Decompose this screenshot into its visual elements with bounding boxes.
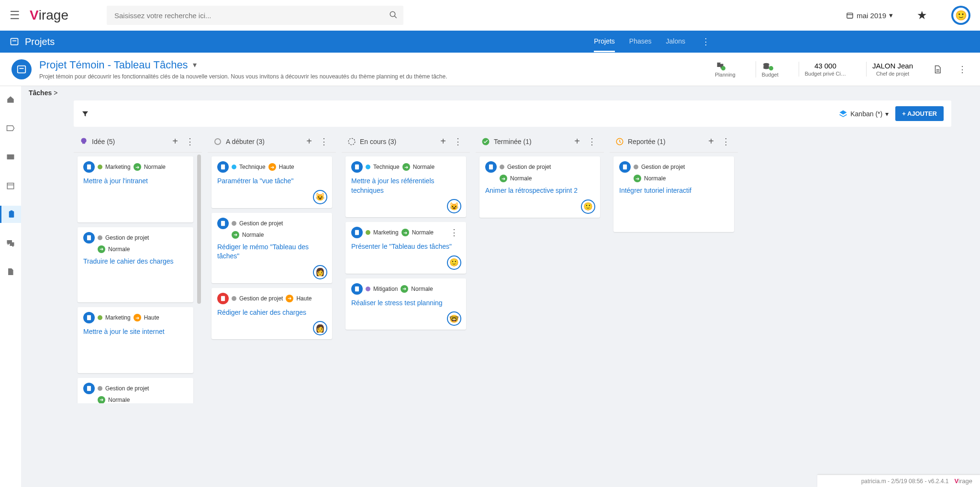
column-body[interactable]: Technique ➜ Normale Mettre à jour les ré… xyxy=(342,153,470,403)
category-dot xyxy=(366,287,370,291)
priority-label: Normale xyxy=(411,286,433,292)
svg-point-11 xyxy=(763,66,769,69)
assignee-avatar[interactable]: 👩 xyxy=(313,265,327,279)
user-avatar[interactable]: 🙂 xyxy=(951,6,970,25)
task-card[interactable]: Gestion de projet➜ Normale Traduire le c… xyxy=(78,227,193,303)
nav-tasks-icon[interactable] xyxy=(0,206,21,223)
priority-label: Haute xyxy=(296,295,312,302)
svg-rect-35 xyxy=(623,165,627,170)
category-label: Gestion de projet xyxy=(239,220,283,227)
priority-label: Normale xyxy=(510,175,532,182)
column-add-icon[interactable]: + xyxy=(706,136,716,147)
tabs-more-icon[interactable]: ⋮ xyxy=(700,36,712,47)
category-dot xyxy=(98,315,102,320)
nav-home-icon[interactable] xyxy=(0,91,21,108)
tab-jalons[interactable]: Jalons xyxy=(666,32,685,52)
assignee-avatar[interactable]: 🙂 xyxy=(581,199,595,214)
task-card[interactable]: Gestion de projet➜ Normale Animer la rét… xyxy=(78,378,193,403)
task-card[interactable]: Gestion de projet➜ Normale Animer la rét… xyxy=(479,156,600,218)
task-title: Réaliser le stress test planning xyxy=(351,299,460,308)
project-more-icon[interactable]: ⋮ xyxy=(956,64,969,75)
filter-icon[interactable] xyxy=(81,110,89,118)
tab-projets[interactable]: Projets xyxy=(594,32,615,52)
column-add-icon[interactable]: + xyxy=(170,136,180,147)
add-button[interactable]: + AJOUTER xyxy=(895,106,944,121)
budget-label: Budget xyxy=(762,72,779,77)
svg-point-8 xyxy=(721,66,725,70)
task-card[interactable]: Mitigation ➜ Normale Réaliser le stress … xyxy=(345,278,466,330)
column-more-icon[interactable]: ⋮ xyxy=(586,136,598,147)
task-card[interactable]: Technique ➜ Normale Mettre à jour les ré… xyxy=(345,156,466,217)
svg-point-28 xyxy=(348,138,355,145)
task-card[interactable]: Technique ➜ Haute Paramétrer la "vue tâc… xyxy=(212,156,332,208)
view-dropdown[interactable]: Kanban (*) ▾ xyxy=(839,110,889,118)
private-budget-label: Budget privé Ci… xyxy=(805,71,846,77)
category-label: Technique xyxy=(373,164,400,170)
project-dropdown-icon[interactable]: ▾ xyxy=(193,60,197,69)
priority-icon: ➜ xyxy=(401,229,409,236)
svg-rect-19 xyxy=(10,210,12,212)
column-status-icon xyxy=(615,137,624,146)
favorite-star-icon[interactable]: ★ xyxy=(917,9,927,22)
column-more-icon[interactable]: ⋮ xyxy=(318,136,330,147)
chief-label: Chef de projet xyxy=(872,71,913,77)
nav-tag-icon[interactable] xyxy=(0,120,21,137)
column-status-icon xyxy=(79,137,88,146)
task-card[interactable]: Gestion de projet ➜ Haute Rédiger le cah… xyxy=(212,288,332,340)
column-more-icon[interactable]: ⋮ xyxy=(720,136,732,147)
priority-label: Haute xyxy=(279,164,294,170)
priority-icon: ➜ xyxy=(286,295,293,302)
priority-label: Normale xyxy=(412,229,434,236)
search-icon[interactable] xyxy=(389,11,398,19)
task-icon xyxy=(217,161,229,173)
card-more-icon[interactable]: ⋮ xyxy=(448,227,460,238)
column-add-icon[interactable]: + xyxy=(304,136,314,147)
task-card[interactable]: Gestion de projet➜ Normale Intégrer tuto… xyxy=(613,156,734,232)
column-body[interactable]: Gestion de projet➜ Normale Intégrer tuto… xyxy=(610,153,738,403)
assignee-avatar[interactable]: 🙂 xyxy=(447,255,461,270)
column-add-icon[interactable]: + xyxy=(438,136,448,147)
column-title: Terminée (1) xyxy=(494,138,568,145)
column-status-icon xyxy=(347,137,356,146)
column-more-icon[interactable]: ⋮ xyxy=(452,136,464,147)
nav-chat-icon[interactable] xyxy=(0,234,21,252)
task-card[interactable]: Marketing ➜ Haute Mettre à jour le site … xyxy=(78,307,193,373)
planning-flag-icon[interactable] xyxy=(715,61,735,72)
nav-file-icon[interactable] xyxy=(0,263,21,280)
priority-icon: ➜ xyxy=(134,163,141,171)
column-add-icon[interactable]: + xyxy=(572,136,582,147)
column-body[interactable]: Marketing ➜ Normale Mettre à jour l'intr… xyxy=(74,153,197,403)
assignee-avatar[interactable]: 😺 xyxy=(447,199,461,213)
hamburger-menu-icon[interactable]: ☰ xyxy=(10,9,20,22)
task-icon xyxy=(351,283,363,295)
nav-board-icon[interactable] xyxy=(0,148,21,166)
task-card[interactable]: Marketing ➜ Normale ⋮ Présenter le "Tabl… xyxy=(345,222,466,274)
svg-point-0 xyxy=(390,11,395,17)
svg-rect-27 xyxy=(221,296,225,301)
column-title: Idée (5) xyxy=(92,138,167,145)
svg-rect-23 xyxy=(87,386,91,391)
task-card[interactable]: Gestion de projet➜ Normale Rédiger le mé… xyxy=(212,213,332,283)
category-label: Gestion de projet xyxy=(105,385,149,392)
column-more-icon[interactable]: ⋮ xyxy=(184,136,196,147)
search-input[interactable] xyxy=(107,6,403,25)
task-icon xyxy=(83,383,95,394)
tab-phases[interactable]: Phases xyxy=(629,32,652,52)
document-icon[interactable] xyxy=(933,64,942,75)
column-body[interactable]: Gestion de projet➜ Normale Animer la rét… xyxy=(476,153,604,403)
task-card[interactable]: Marketing ➜ Normale Mettre à jour l'intr… xyxy=(78,156,193,222)
project-title[interactable]: Projet Témoin - Tableau Tâches xyxy=(39,59,188,71)
column-body[interactable]: Technique ➜ Haute Paramétrer la "vue tâc… xyxy=(208,153,336,403)
category-dot xyxy=(634,165,638,169)
task-title: Rédiger le cahier des charges xyxy=(217,308,326,318)
nav-calendar-icon[interactable] xyxy=(0,177,21,194)
budget-coins-icon[interactable] xyxy=(762,61,779,72)
assignee-avatar[interactable]: 😺 xyxy=(313,190,327,204)
kanban-column-terminee: Terminée (1) + ⋮ Gestion de projet➜ Norm… xyxy=(476,131,604,403)
date-dropdown[interactable]: mai 2019 ▾ xyxy=(846,11,893,20)
project-icon xyxy=(11,59,32,79)
category-dot xyxy=(366,165,370,169)
column-scrollbar[interactable] xyxy=(197,155,201,304)
svg-rect-22 xyxy=(87,315,91,321)
svg-rect-2 xyxy=(847,13,853,18)
